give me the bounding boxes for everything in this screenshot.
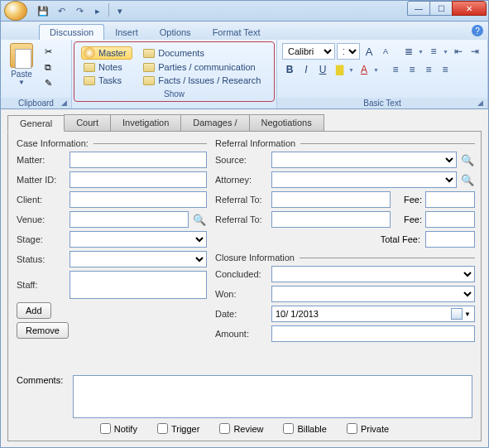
font-size-select[interactable]: 11	[337, 43, 360, 60]
show-item-label: Master	[98, 48, 127, 58]
show-item-label: Parties / communication	[158, 62, 255, 72]
matter-input[interactable]	[70, 152, 207, 168]
show-facts[interactable]: Facts / Issues / Research	[141, 75, 267, 86]
grow-font-icon[interactable]: A	[362, 43, 376, 60]
align-center-icon[interactable]: ≡	[405, 61, 419, 78]
dialog-launcher-icon[interactable]: ◢	[61, 99, 70, 107]
staff-input[interactable]	[70, 271, 207, 299]
amount-input[interactable]	[271, 325, 475, 342]
check-billable[interactable]: Billable	[283, 423, 326, 434]
check-review[interactable]: Review	[219, 423, 263, 434]
group-basic-text: Calibri 11 A A ≣▼ ≡▼ ⇤ ⇥ B I U ▇▼ A▼ ≡ ≡…	[277, 40, 488, 108]
label-attorney: Attorney:	[215, 175, 268, 185]
bullets-icon[interactable]: ≣	[401, 43, 416, 60]
show-item-label: Facts / Issues / Research	[158, 75, 261, 85]
tab-panel-general: Case Information: Matter: Matter ID: Cli…	[7, 132, 482, 441]
underline-button[interactable]: U	[315, 61, 330, 78]
won-select[interactable]	[271, 286, 475, 302]
redo-icon[interactable]: ↷	[72, 3, 87, 18]
indent-icon[interactable]: ⇥	[467, 43, 482, 60]
check-notify[interactable]: Notify	[100, 423, 137, 434]
checkbox-row: Notify Trigger Review Billable Private	[17, 418, 472, 436]
next-icon[interactable]: ▸	[90, 3, 105, 18]
align-right-icon[interactable]: ≡	[421, 61, 436, 78]
format-painter-icon[interactable]: ✎	[41, 76, 55, 89]
venue-input[interactable]	[70, 211, 189, 228]
tab-negotiations[interactable]: Negotiations	[249, 114, 324, 131]
show-documents[interactable]: Documents	[141, 46, 267, 60]
label-staff: Staff:	[17, 280, 66, 290]
show-master[interactable]: Master	[81, 46, 132, 60]
label-fee-1: Fee:	[397, 195, 422, 205]
client-input[interactable]	[70, 191, 207, 208]
outdent-icon[interactable]: ⇤	[451, 43, 466, 60]
tab-format-text[interactable]: Format Text	[202, 24, 271, 40]
dialog-launcher-icon[interactable]: ◢	[477, 99, 486, 107]
folder-icon	[143, 76, 155, 85]
add-button[interactable]: Add	[17, 302, 51, 319]
minimize-button[interactable]: —	[407, 1, 430, 16]
stage-select[interactable]	[70, 231, 207, 248]
highlight-icon[interactable]: ▇	[332, 61, 347, 78]
total-fee-input[interactable]	[425, 231, 475, 248]
date-picker[interactable]: 10/ 1/2013▼	[271, 306, 475, 322]
maximize-button[interactable]: ☐	[429, 1, 453, 16]
show-notes[interactable]: Notes	[81, 61, 132, 73]
attorney-select[interactable]	[271, 171, 457, 188]
undo-icon[interactable]: ↶	[54, 3, 69, 18]
calendar-icon[interactable]	[451, 308, 463, 320]
italic-button[interactable]: I	[299, 61, 314, 78]
show-item-label: Notes	[98, 62, 122, 72]
numbering-icon[interactable]: ≡	[426, 43, 441, 60]
show-tasks[interactable]: Tasks	[81, 75, 132, 86]
fee-input-1[interactable]	[425, 191, 475, 208]
tab-damages[interactable]: Damages /	[180, 114, 249, 131]
font-color-icon[interactable]: A	[357, 61, 372, 78]
referral-to-input-1[interactable]	[271, 191, 391, 208]
section-title: Referral Information	[215, 138, 475, 148]
tab-discussion[interactable]: Discussion	[39, 24, 104, 40]
cut-icon[interactable]: ✂	[41, 45, 55, 58]
show-parties[interactable]: Parties / communication	[141, 61, 267, 73]
tab-options[interactable]: Options	[149, 24, 202, 40]
tab-investigation[interactable]: Invetigation	[110, 114, 181, 131]
qat-menu-icon[interactable]: ▾	[113, 3, 127, 18]
ribbon-tabstrip: Discussion Insert Options Format Text ?	[0, 22, 489, 40]
align-left-icon[interactable]: ≡	[388, 61, 403, 78]
status-select[interactable]	[70, 251, 207, 267]
copy-icon[interactable]: ⧉	[41, 60, 55, 74]
font-name-select[interactable]: Calibri	[282, 43, 335, 60]
close-button[interactable]: ✕	[452, 1, 487, 16]
bold-button[interactable]: B	[282, 61, 297, 78]
justify-icon[interactable]: ≡	[438, 61, 453, 78]
matter-id-input[interactable]	[70, 171, 207, 188]
show-item-label: Tasks	[98, 75, 122, 85]
tab-general[interactable]: General	[7, 115, 65, 132]
label-referral-to-2: Referral To:	[215, 214, 268, 224]
tab-court[interactable]: Court	[64, 114, 111, 131]
chevron-down-icon[interactable]: ▼	[18, 79, 25, 86]
form-tabstrip: General Court Invetigation Damages / Neg…	[7, 114, 482, 132]
concluded-select[interactable]	[271, 266, 475, 282]
save-icon[interactable]: 💾	[36, 3, 50, 18]
help-icon[interactable]: ?	[472, 25, 483, 36]
source-select[interactable]	[271, 152, 457, 168]
paste-button[interactable]: Paste ▼	[4, 41, 39, 86]
section-title: Closure Information	[215, 253, 475, 263]
referral-to-input-2[interactable]	[271, 211, 391, 228]
shrink-font-icon[interactable]: A	[378, 43, 393, 60]
label-source: Source:	[215, 155, 268, 165]
label-fee-2: Fee:	[397, 214, 422, 224]
lookup-icon[interactable]: 🔍	[460, 152, 475, 167]
check-trigger[interactable]: Trigger	[157, 423, 199, 434]
label-concluded: Concluded:	[215, 269, 268, 279]
office-button[interactable]	[4, 1, 27, 21]
tab-insert[interactable]: Insert	[104, 24, 149, 40]
check-private[interactable]: Private	[347, 423, 389, 434]
comments-textarea[interactable]	[73, 375, 472, 418]
lookup-icon[interactable]: 🔍	[192, 212, 207, 227]
fee-input-2[interactable]	[425, 211, 475, 228]
lookup-icon[interactable]: 🔍	[460, 172, 475, 187]
folder-icon	[143, 63, 155, 72]
remove-button[interactable]: Remove	[17, 322, 69, 339]
